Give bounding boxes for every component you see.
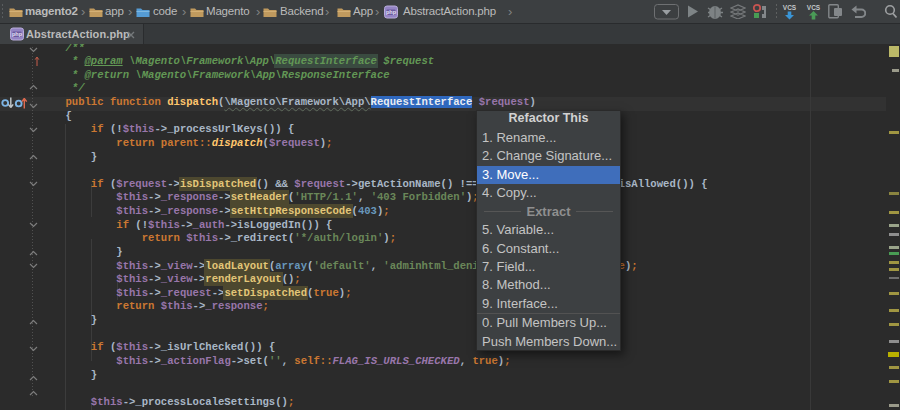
svg-text:php: php — [386, 9, 397, 15]
svg-text:VCS: VCS — [783, 4, 797, 11]
svg-text:VCS: VCS — [807, 4, 821, 11]
svg-text:php: php — [12, 31, 23, 37]
